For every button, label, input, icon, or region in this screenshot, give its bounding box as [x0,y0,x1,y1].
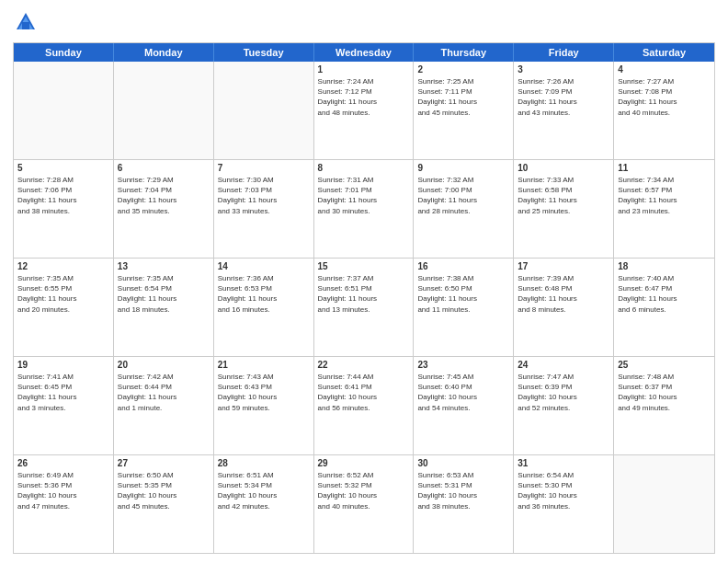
cell-info-text: Sunrise: 7:37 AM Sunset: 6:51 PM Dayligh… [318,273,410,315]
calendar-cell-17: 17Sunrise: 7:39 AM Sunset: 6:48 PM Dayli… [514,259,614,356]
cell-info-text: Sunrise: 6:50 AM Sunset: 5:35 PM Dayligh… [118,470,210,511]
day-number: 10 [518,163,609,173]
calendar-cell-25: 25Sunrise: 7:48 AM Sunset: 6:37 PM Dayli… [614,357,714,454]
calendar: SundayMondayTuesdayWednesdayThursdayFrid… [13,42,715,554]
calendar-cell-23: 23Sunrise: 7:45 AM Sunset: 6:40 PM Dayli… [414,357,514,454]
calendar-cell-empty-0-0 [14,62,114,159]
day-header-sunday: Sunday [14,43,114,62]
calendar-row-2: 12Sunrise: 7:35 AM Sunset: 6:55 PM Dayli… [14,259,714,357]
day-number: 13 [118,261,210,271]
calendar-cell-29: 29Sunrise: 6:52 AM Sunset: 5:32 PM Dayli… [314,455,415,553]
day-number: 1 [318,64,410,75]
day-number: 11 [618,163,711,173]
day-number: 24 [518,360,609,370]
cell-info-text: Sunrise: 7:40 AM Sunset: 6:47 PM Dayligh… [618,273,711,315]
calendar-row-1: 5Sunrise: 7:28 AM Sunset: 7:06 PM Daylig… [14,160,714,259]
day-header-monday: Monday [114,43,214,62]
cell-info-text: Sunrise: 6:54 AM Sunset: 5:30 PM Dayligh… [518,470,609,511]
day-number: 26 [17,458,109,468]
day-number: 30 [417,458,509,468]
cell-info-text: Sunrise: 7:30 AM Sunset: 7:03 PM Dayligh… [218,175,310,216]
cell-info-text: Sunrise: 7:24 AM Sunset: 7:12 PM Dayligh… [318,76,410,118]
day-number: 29 [318,458,410,468]
calendar-row-4: 26Sunrise: 6:49 AM Sunset: 5:36 PM Dayli… [14,455,714,553]
cell-info-text: Sunrise: 7:36 AM Sunset: 6:53 PM Dayligh… [218,273,310,315]
cell-info-text: Sunrise: 7:47 AM Sunset: 6:39 PM Dayligh… [518,372,609,413]
day-number: 31 [518,458,609,468]
cell-info-text: Sunrise: 7:25 AM Sunset: 7:11 PM Dayligh… [417,76,509,118]
cell-info-text: Sunrise: 7:39 AM Sunset: 6:48 PM Dayligh… [518,273,609,315]
day-number: 6 [118,163,210,173]
cell-info-text: Sunrise: 7:32 AM Sunset: 7:00 PM Dayligh… [417,175,509,216]
calendar-cell-5: 5Sunrise: 7:28 AM Sunset: 7:06 PM Daylig… [14,160,114,258]
calendar-cell-4: 4Sunrise: 7:27 AM Sunset: 7:08 PM Daylig… [614,62,714,159]
day-number: 28 [218,458,310,468]
calendar-cell-31: 31Sunrise: 6:54 AM Sunset: 5:30 PM Dayli… [514,455,614,553]
day-header-saturday: Saturday [614,43,714,62]
calendar-cell-2: 2Sunrise: 7:25 AM Sunset: 7:11 PM Daylig… [414,62,514,159]
cell-info-text: Sunrise: 7:28 AM Sunset: 7:06 PM Dayligh… [17,175,109,216]
calendar-cell-18: 18Sunrise: 7:40 AM Sunset: 6:47 PM Dayli… [614,259,714,356]
day-number: 19 [17,360,109,370]
day-number: 3 [518,64,609,75]
calendar-cell-11: 11Sunrise: 7:34 AM Sunset: 6:57 PM Dayli… [614,160,714,258]
cell-info-text: Sunrise: 7:43 AM Sunset: 6:43 PM Dayligh… [218,372,310,413]
day-number: 15 [318,261,410,271]
calendar-row-0: 1Sunrise: 7:24 AM Sunset: 7:12 PM Daylig… [14,62,714,160]
calendar-cell-30: 30Sunrise: 6:53 AM Sunset: 5:31 PM Dayli… [414,455,514,553]
cell-info-text: Sunrise: 7:27 AM Sunset: 7:08 PM Dayligh… [618,76,711,118]
cell-info-text: Sunrise: 7:35 AM Sunset: 6:54 PM Dayligh… [118,273,210,315]
calendar-cell-24: 24Sunrise: 7:47 AM Sunset: 6:39 PM Dayli… [514,357,614,454]
day-number: 12 [17,261,109,271]
cell-info-text: Sunrise: 6:49 AM Sunset: 5:36 PM Dayligh… [17,470,109,511]
day-number: 8 [318,163,410,173]
day-number: 9 [417,163,509,173]
day-number: 2 [417,64,509,75]
cell-info-text: Sunrise: 7:45 AM Sunset: 6:40 PM Dayligh… [417,372,509,413]
calendar-cell-empty-0-2 [214,62,314,159]
day-number: 7 [218,163,310,173]
calendar-cell-10: 10Sunrise: 7:33 AM Sunset: 6:58 PM Dayli… [514,160,614,258]
calendar-header: SundayMondayTuesdayWednesdayThursdayFrid… [14,43,714,62]
cell-info-text: Sunrise: 6:52 AM Sunset: 5:32 PM Dayligh… [318,470,410,511]
day-header-tuesday: Tuesday [214,43,314,62]
calendar-cell-22: 22Sunrise: 7:44 AM Sunset: 6:41 PM Dayli… [314,357,415,454]
calendar-cell-6: 6Sunrise: 7:29 AM Sunset: 7:04 PM Daylig… [114,160,214,258]
cell-info-text: Sunrise: 7:26 AM Sunset: 7:09 PM Dayligh… [518,76,609,118]
calendar-cell-13: 13Sunrise: 7:35 AM Sunset: 6:54 PM Dayli… [114,259,214,356]
calendar-cell-empty-4-6 [614,455,714,553]
cell-info-text: Sunrise: 7:42 AM Sunset: 6:44 PM Dayligh… [118,372,210,413]
day-number: 18 [618,261,711,271]
cell-info-text: Sunrise: 7:48 AM Sunset: 6:37 PM Dayligh… [618,372,711,413]
day-number: 14 [218,261,310,271]
calendar-cell-28: 28Sunrise: 6:51 AM Sunset: 5:34 PM Dayli… [214,455,314,553]
cell-info-text: Sunrise: 7:33 AM Sunset: 6:58 PM Dayligh… [518,175,609,216]
calendar-cell-26: 26Sunrise: 6:49 AM Sunset: 5:36 PM Dayli… [14,455,114,553]
calendar-body: 1Sunrise: 7:24 AM Sunset: 7:12 PM Daylig… [14,62,714,553]
calendar-cell-27: 27Sunrise: 6:50 AM Sunset: 5:35 PM Dayli… [114,455,214,553]
day-number: 25 [618,360,711,370]
calendar-cell-14: 14Sunrise: 7:36 AM Sunset: 6:53 PM Dayli… [214,259,314,356]
svg-rect-2 [22,22,29,29]
day-number: 21 [218,360,310,370]
calendar-cell-21: 21Sunrise: 7:43 AM Sunset: 6:43 PM Dayli… [214,357,314,454]
calendar-cell-20: 20Sunrise: 7:42 AM Sunset: 6:44 PM Dayli… [114,357,214,454]
cell-info-text: Sunrise: 7:41 AM Sunset: 6:45 PM Dayligh… [17,372,109,413]
day-number: 16 [417,261,509,271]
day-number: 4 [618,64,711,75]
calendar-cell-19: 19Sunrise: 7:41 AM Sunset: 6:45 PM Dayli… [14,357,114,454]
day-number: 22 [318,360,410,370]
calendar-cell-15: 15Sunrise: 7:37 AM Sunset: 6:51 PM Dayli… [314,259,415,356]
calendar-cell-3: 3Sunrise: 7:26 AM Sunset: 7:09 PM Daylig… [514,62,614,159]
cell-info-text: Sunrise: 7:29 AM Sunset: 7:04 PM Dayligh… [118,175,210,216]
calendar-cell-1: 1Sunrise: 7:24 AM Sunset: 7:12 PM Daylig… [314,62,415,159]
calendar-cell-8: 8Sunrise: 7:31 AM Sunset: 7:01 PM Daylig… [314,160,415,258]
cell-info-text: Sunrise: 7:44 AM Sunset: 6:41 PM Dayligh… [318,372,410,413]
cell-info-text: Sunrise: 7:34 AM Sunset: 6:57 PM Dayligh… [618,175,711,216]
day-number: 23 [417,360,509,370]
calendar-row-3: 19Sunrise: 7:41 AM Sunset: 6:45 PM Dayli… [14,357,714,455]
calendar-cell-empty-0-1 [114,62,214,159]
logo-icon [13,9,39,35]
cell-info-text: Sunrise: 6:51 AM Sunset: 5:34 PM Dayligh… [218,470,310,511]
day-header-thursday: Thursday [414,43,514,62]
